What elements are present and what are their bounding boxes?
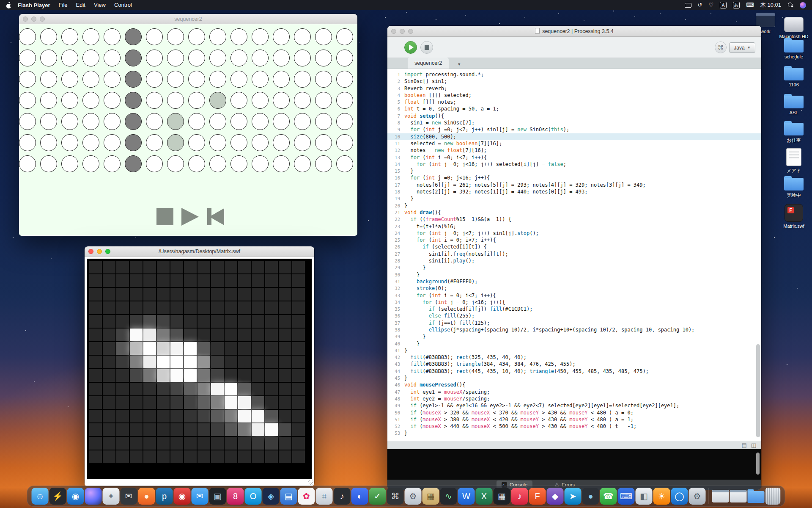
dock-dock-app-25-icon[interactable]: W [458, 488, 475, 505]
code-line-2[interactable]: 2SinOsc[] sin1; [387, 78, 761, 85]
code-line-43[interactable]: 43 fill(#838B83); triangle(384, 434, 384… [387, 361, 761, 367]
seq-cell-r0-c13[interactable] [294, 28, 311, 45]
seq-cell-r0-c2[interactable] [61, 28, 78, 45]
tab-sequencer2[interactable]: sequencer2 [408, 58, 449, 69]
dock-dock-app-26-icon[interactable]: X [476, 488, 493, 505]
seq-cell-r4-c5[interactable] [125, 113, 142, 130]
apple-menu-icon[interactable] [6, 2, 12, 9]
zoom-button[interactable] [40, 17, 45, 22]
seq-cell-r6-c4[interactable] [104, 155, 121, 172]
code-line-6[interactable]: 6int t = 0, spacing = 50, a = 1; [387, 105, 761, 112]
dock-dock-app-07-icon[interactable]: ● [138, 488, 155, 505]
seq-cell-r5-c1[interactable] [40, 134, 57, 151]
code-line-49[interactable]: 49 if (eye1>-1 && eye1<16 && eye2>-1 && … [387, 402, 761, 409]
desktop-icon--[interactable]: メアド [779, 148, 809, 174]
seq-cell-r4-c2[interactable] [61, 113, 78, 130]
seq-cell-r6-c11[interactable] [252, 155, 269, 172]
run-button[interactable] [404, 41, 417, 54]
seq-cell-r6-c15[interactable] [336, 155, 353, 172]
menu-edit[interactable]: Edit [72, 0, 90, 10]
seq-cell-r4-c0[interactable] [19, 113, 36, 130]
dock-siri-icon[interactable] [85, 488, 102, 505]
code-line-22[interactable]: 22 if ((frameCount%15==1)&&(a==1)) { [387, 216, 761, 223]
dock-finder-icon[interactable]: ☺ [32, 488, 49, 505]
mode-selector[interactable]: Java▼ [729, 42, 755, 53]
close-button[interactable] [23, 17, 28, 22]
code-line-53[interactable]: 53} [387, 430, 761, 436]
code-line-28[interactable]: 28 sin1[i].play(); [387, 257, 761, 264]
menu-file[interactable]: File [55, 0, 72, 10]
code-line-33[interactable]: 33 for (int i = 0; i<7; i++){ [387, 292, 761, 299]
seq-cell-r4-c7[interactable] [167, 113, 184, 130]
dock-dock-app-24-icon[interactable]: ∿ [440, 488, 457, 505]
seq-cell-r1-c8[interactable] [188, 50, 205, 66]
zoom-button[interactable] [105, 249, 110, 254]
menu-control[interactable]: Control [110, 0, 136, 10]
spotlight-icon[interactable] [787, 2, 793, 8]
minimize-button[interactable] [31, 17, 36, 22]
seq-cell-r2-c0[interactable] [19, 71, 36, 88]
dock-dock-app-08-icon[interactable]: p [156, 488, 173, 505]
seq-cell-r4-c3[interactable] [82, 113, 99, 130]
dock-dock-app-19-icon[interactable]: ◐ [351, 488, 368, 505]
seq-cell-r3-c2[interactable] [61, 92, 78, 109]
seq-cell-r4-c6[interactable] [146, 113, 163, 130]
seq-cell-r2-c6[interactable] [146, 71, 163, 88]
desktop-icon--[interactable]: お仕事 [779, 121, 809, 144]
dock-dock-app-37-icon[interactable]: ◯ [671, 488, 688, 505]
time-machine-icon[interactable]: ↺ [698, 0, 702, 10]
rewind-button[interactable] [209, 208, 224, 225]
seq-cell-r0-c8[interactable] [188, 28, 205, 45]
seq-cell-r3-c12[interactable] [273, 92, 290, 109]
seq-cell-r2-c9[interactable] [209, 71, 226, 88]
desktop-icon-1106[interactable]: 1106 [779, 66, 809, 87]
code-line-34[interactable]: 34 for (int j = 0; j<16; j++){ [387, 299, 761, 306]
seq-cell-r3-c13[interactable] [294, 92, 311, 109]
dock-dock-app-21-icon[interactable]: ⌘ [387, 488, 404, 505]
code-line-25[interactable]: 25 for (int i = 0; i<7; i++){ [387, 237, 761, 243]
code-line-11[interactable]: 11 selected = new boolean[7][16]; [387, 140, 761, 147]
seq-cell-r0-c0[interactable] [19, 28, 36, 45]
seq-cell-r0-c15[interactable] [336, 28, 353, 45]
active-app-name[interactable]: Flash Player [13, 2, 55, 8]
desktop-icon--[interactable]: 実験中 [779, 176, 809, 199]
code-line-8[interactable]: 8 sin1 = new SinOsc[7]; [387, 119, 761, 126]
seq-cell-r1-c7[interactable] [167, 50, 184, 66]
seq-cell-r6-c5[interactable] [125, 155, 142, 172]
seq-cell-r2-c14[interactable] [315, 71, 332, 88]
seq-cell-r0-c7[interactable] [167, 28, 184, 45]
seq-cell-r4-c14[interactable] [315, 113, 332, 130]
code-line-30[interactable]: 30 } [387, 271, 761, 278]
seq-cell-r2-c13[interactable] [294, 71, 311, 88]
seq-cell-r4-c8[interactable] [188, 113, 205, 130]
desktop-icon-schedule[interactable]: schedule [779, 38, 809, 59]
code-line-1[interactable]: 1import processing.sound.*; [387, 71, 761, 78]
seq-cell-r5-c4[interactable] [104, 134, 121, 151]
seq-cell-r2-c2[interactable] [61, 71, 78, 88]
dock-dock-app-17-icon[interactable]: ⌗ [316, 488, 333, 505]
dock-dock-app-02-icon[interactable]: ⚡ [49, 488, 66, 505]
seq-cell-r1-c3[interactable] [82, 50, 99, 66]
code-line-35[interactable]: 35 if (selected[i][j]) fill(#C1CDC1); [387, 306, 761, 312]
code-line-10[interactable]: 10 size(800, 500); [387, 133, 761, 140]
dock-dock-app-33-icon[interactable]: ☎ [600, 488, 617, 505]
clipboard-icon[interactable]: ▤ [741, 441, 746, 450]
seq-cell-r5-c8[interactable] [188, 134, 205, 151]
seq-cell-r5-c6[interactable] [146, 134, 163, 151]
dock-dock-app-14-icon[interactable]: ◈ [263, 488, 280, 505]
desktop-icon-macintosh-hd[interactable]: Macintosh HD [779, 17, 809, 39]
code-line-51[interactable]: 51 if (mouseX > 380 && mouseX < 420 && m… [387, 416, 761, 423]
seq-cell-r3-c3[interactable] [82, 92, 99, 109]
code-line-47[interactable]: 47 int eye1 = mouseX/spacing; [387, 389, 761, 395]
seq-cell-r6-c2[interactable] [61, 155, 78, 172]
dock-dock-app-30-icon[interactable]: ◆ [547, 488, 564, 505]
display-icon[interactable] [685, 3, 691, 8]
seq-cell-r6-c6[interactable] [146, 155, 163, 172]
seq-cell-r4-c10[interactable] [230, 113, 247, 130]
seq-cell-r3-c7[interactable] [167, 92, 184, 109]
dock-minimized-window-2-icon[interactable] [730, 490, 747, 502]
seq-cell-r3-c14[interactable] [315, 92, 332, 109]
seq-cell-r1-c11[interactable] [252, 50, 269, 66]
dock-dock-app-10-icon[interactable]: ✉ [192, 488, 208, 505]
minimize-button[interactable] [400, 29, 405, 34]
